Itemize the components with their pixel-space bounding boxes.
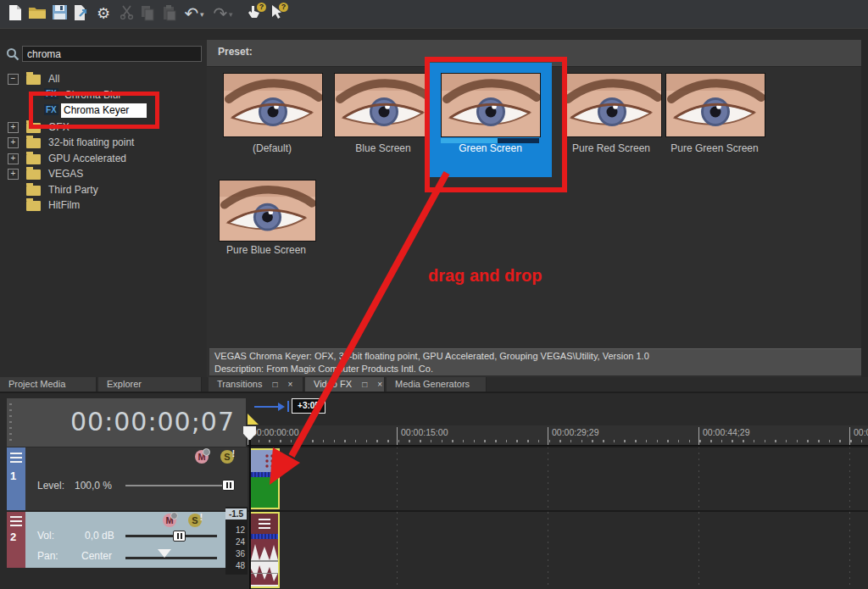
video-event-thumbnail	[251, 450, 278, 472]
search-input[interactable]	[22, 46, 202, 62]
audio-gain-scale: -1.5 12 24 36 48	[225, 507, 248, 575]
copy-icon[interactable]	[137, 4, 158, 25]
pan-value: Center	[81, 550, 112, 562]
paste-icon[interactable]	[159, 4, 180, 25]
vol-label: Vol:	[37, 530, 54, 542]
track-header-1[interactable]: 1 M S Level: 100,0 %	[7, 447, 248, 510]
tab-video-fx[interactable]: Video FX □ ×	[305, 377, 385, 392]
folder-icon	[26, 154, 41, 164]
preset-thumb-green-screen[interactable]	[441, 73, 541, 137]
tree-item-ofx[interactable]: OFX	[0, 119, 207, 135]
tree-item-label: Chroma Blur	[64, 89, 121, 101]
tab-transitions[interactable]: Transitions □ ×	[209, 377, 303, 392]
panel-gutter	[861, 40, 868, 377]
whats-this-help-icon[interactable]: ?	[266, 4, 287, 25]
redo-icon[interactable]: ↷	[210, 4, 231, 25]
solo-icon[interactable]: S	[220, 450, 234, 464]
expand-icon[interactable]	[8, 169, 19, 180]
video-event[interactable]	[249, 448, 280, 509]
redo-dropdown-icon[interactable]: ▾	[229, 10, 233, 19]
expand-icon[interactable]	[8, 122, 19, 133]
solo-icon[interactable]: S	[188, 514, 202, 527]
level-slider-handle[interactable]	[222, 480, 235, 491]
preset-thumb-pure-blue[interactable]	[219, 180, 316, 242]
search-icon	[6, 47, 19, 64]
tree-item-all[interactable]: All	[0, 71, 207, 86]
event-menu-icon[interactable]	[259, 519, 270, 529]
track-menu-icon[interactable]	[10, 516, 22, 526]
mute-icon[interactable]: M	[163, 514, 176, 527]
preset-label: Blue Screen	[328, 142, 438, 154]
vol-slider-handle[interactable]	[173, 531, 186, 542]
track-header-2[interactable]: 2 M S Vol: 0,0 dB Pan: Center	[7, 512, 225, 568]
tree-item-label-selected: Chroma Keyer	[61, 103, 147, 118]
tree-item-vegas[interactable]: VEGAS	[0, 166, 207, 181]
undo-dropdown-icon[interactable]: ▾	[200, 10, 204, 19]
preset-selected-green-screen[interactable]: Green Screen	[429, 63, 552, 177]
tree-item-32bit[interactable]: 32-bit floating point	[0, 135, 207, 150]
preset-panel: Preset: (Default) Blue Screen Green Scre…	[207, 40, 868, 377]
audio-event[interactable]	[249, 512, 280, 588]
level-label: Level:	[37, 480, 64, 492]
interaction-help-icon[interactable]: ?	[244, 4, 264, 25]
help-badge: ?	[257, 3, 266, 12]
ruler-label: 00:00:29;29	[552, 427, 598, 437]
time-ruler[interactable]: 00:00:00:00 00:00:15:00 00:00:29;29 00:0…	[248, 425, 868, 447]
drag-offset-arrow	[254, 406, 278, 408]
tab-explorer[interactable]: Explorer	[98, 377, 202, 392]
render-as-icon[interactable]	[71, 4, 92, 25]
new-project-icon[interactable]	[5, 4, 25, 25]
fx-icon: FX	[44, 88, 58, 99]
expand-icon[interactable]	[8, 153, 19, 164]
close-icon[interactable]: ×	[288, 378, 293, 392]
tree-item-chroma-keyer[interactable]: FX Chroma Keyer	[0, 103, 207, 119]
track2-color-strip[interactable]: 2	[7, 512, 25, 568]
vol-value: 0,0 dB	[85, 530, 114, 542]
preset-thumb-blue-screen[interactable]	[334, 73, 434, 137]
collapse-icon[interactable]	[8, 74, 19, 85]
close-icon[interactable]: ×	[377, 378, 382, 392]
timecode-display[interactable]: 00:00:00;07	[7, 398, 246, 447]
ruler-label: 00:00:00:00	[252, 427, 298, 437]
grid-line	[548, 447, 548, 589]
tree-item-hitfilm[interactable]: HitFilm	[0, 197, 207, 213]
tab-media-generators[interactable]: Media Generators	[387, 377, 487, 392]
track-menu-icon[interactable]	[10, 453, 22, 463]
tree-item-third-party[interactable]: Third Party	[0, 182, 207, 197]
float-window-icon[interactable]: □	[362, 378, 367, 392]
undo-icon[interactable]: ↶	[181, 4, 202, 25]
open-project-icon[interactable]	[27, 4, 47, 25]
plugin-description-line2: Description: From Magix Computer Product…	[214, 363, 856, 375]
tab-project-media[interactable]: Project Media	[0, 377, 97, 392]
plugin-description: VEGAS Chroma Keyer: OFX, 32-bit floating…	[209, 348, 861, 375]
project-properties-gear-icon[interactable]: ⚙	[93, 4, 114, 25]
tree-item-gpu[interactable]: GPU Accelerated	[0, 151, 207, 166]
pan-slider-handle[interactable]	[158, 549, 171, 558]
expand-icon[interactable]	[8, 137, 19, 148]
ruler-label: 00:00:	[854, 427, 868, 437]
tree-item-label: OFX	[48, 121, 70, 133]
folder-icon	[26, 75, 41, 85]
cut-icon[interactable]	[117, 4, 137, 25]
float-window-icon[interactable]: □	[272, 378, 277, 392]
track-separator	[248, 446, 868, 447]
tab-label: Transitions	[217, 379, 262, 389]
save-project-icon[interactable]	[49, 4, 70, 25]
preset-label: Pure Blue Screen	[211, 244, 321, 256]
preset-thumb-default[interactable]	[223, 73, 323, 137]
loop-marker-icon[interactable]	[248, 414, 259, 425]
plugin-description-line1: VEGAS Chroma Keyer: OFX, 32-bit floating…	[214, 350, 856, 363]
mute-icon[interactable]: M	[195, 450, 209, 464]
tree-item-label: Third Party	[48, 184, 98, 196]
track1-color-strip[interactable]: 1	[7, 447, 25, 510]
preset-thumb-pure-red[interactable]	[562, 73, 662, 137]
level-slider[interactable]	[125, 485, 234, 486]
ruler-tick	[698, 427, 699, 445]
tree-item-label: HitFilm	[48, 199, 80, 211]
tree-item-chroma-blur[interactable]: FX Chroma Blur	[0, 87, 207, 103]
tree-item-label: 32-bit floating point	[48, 136, 134, 148]
vol-slider[interactable]	[125, 535, 217, 537]
main-toolbar: ⚙ ↶ ▾ ↷ ▾ ? ?	[0, 0, 868, 29]
pan-slider[interactable]	[125, 557, 217, 559]
preset-thumb-pure-green[interactable]	[665, 73, 765, 137]
